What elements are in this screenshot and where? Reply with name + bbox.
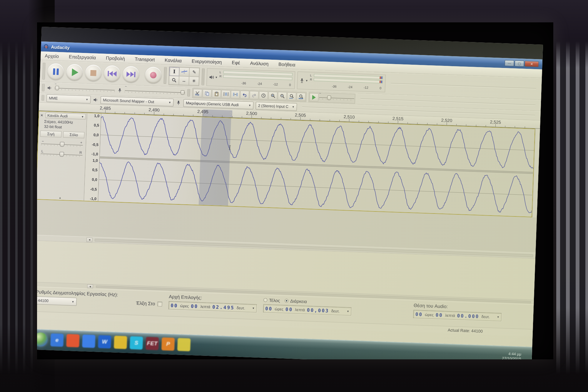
toolbar-grabber[interactable] [42,84,45,91]
scroll-left-arrow[interactable]: ◄ [86,237,93,242]
selection-start-field[interactable]: 00ώρες00λεπτά02.495δευτ.▼ [168,301,257,313]
chevron-down-icon: ▼ [86,98,88,101]
menu-item-βοήθεια[interactable]: Βοήθεια [278,61,295,67]
taskbar-app-yellow2[interactable] [177,338,191,351]
taskbar-clock[interactable]: 4:44 μμ 27/10/2015 [502,351,529,359]
menu-item-κανάλια[interactable]: Κανάλια [165,57,182,63]
selection-tool-button[interactable]: I [169,67,179,76]
skip-end-button[interactable] [122,66,139,83]
paste-button[interactable] [212,90,221,98]
input-volume-slider[interactable]: − [125,88,185,95]
toolbar-grabber[interactable] [163,67,167,84]
taskbar-app-red[interactable] [66,334,80,348]
selection-duration-field[interactable]: 00ώρες00λεπτά00,003δευτ.▼ [263,304,352,316]
audio-position-field[interactable]: 00ώρες00λεπτά00.000δευτ.▼ [413,310,502,321]
gain-thumb[interactable] [60,142,64,147]
minimize-button[interactable]: — [505,60,514,66]
fit-project-button[interactable] [297,93,306,101]
input-volume-thumb[interactable] [181,90,185,94]
redo-icon [251,93,257,97]
timeshift-tool-button[interactable]: ↔ [179,76,189,85]
taskbar-app-word[interactable]: W [98,335,111,348]
record-button[interactable] [145,66,162,84]
mute-button[interactable]: Σιγή [40,131,62,138]
play-at-speed-button[interactable] [310,93,319,101]
envelope-tool-button[interactable] [179,67,189,76]
audio-host-dropdown[interactable]: MME▼ [46,94,91,103]
menu-item-αρχείο[interactable]: Αρχείο [45,53,59,59]
taskbar-app-powerpoint[interactable]: P [161,337,175,351]
taskbar-app-ie[interactable]: e [50,333,64,347]
snap-to-checkbox[interactable] [157,302,162,307]
menu-item-ενεργοποίηση[interactable]: Ενεργοποίηση [192,59,222,65]
scroll-left-arrow[interactable]: ◄ [87,284,93,288]
chevron-down-icon[interactable]: ▼ [497,316,500,318]
waveform-display-area[interactable]: I [98,114,535,217]
toolbar-grabber[interactable] [201,69,205,85]
zoom-tool-button[interactable] [169,76,179,85]
trim-audio-button[interactable] [221,90,230,98]
playback-device-dropdown[interactable]: Microsoft Sound Mapper - Out▼ [101,96,174,106]
playback-speed-slider[interactable]: − [319,95,354,101]
zoom-in-button[interactable] [268,92,278,100]
track-gain-slider[interactable]: − + [41,140,83,148]
pan-right-label: R [79,151,82,155]
toolbar-grabber[interactable] [41,95,44,101]
taskbar-app-fet[interactable]: FET [146,337,159,350]
draw-tool-button[interactable]: ✎ [189,67,199,76]
collapse-track-button[interactable]: ▲ [59,196,61,199]
quickplay-arrow-icon: ▷ [230,111,233,115]
menu-item-επεξεργασία[interactable]: Επεξεργασία [69,54,96,60]
pause-button[interactable] [47,63,64,80]
stop-button[interactable] [85,64,102,81]
cut-button[interactable] [193,89,202,97]
start-button[interactable] [37,332,48,347]
skip-start-button[interactable] [103,65,121,82]
skip-start-icon [108,71,117,76]
redo-button[interactable] [250,91,259,99]
close-button[interactable]: ✕ [524,61,539,67]
project-rate-dropdown[interactable]: 44100▼ [37,296,77,306]
maximize-button[interactable]: ▢ [514,61,524,67]
timeline-tick [417,123,417,124]
close-track-button[interactable]: ✕ [40,113,44,117]
recording-channels-dropdown[interactable]: 2 (Stereo) Input C▼ [255,102,297,111]
zoom-out-button[interactable] [278,92,287,100]
time-digits: 00 [285,306,293,312]
multi-tool-button[interactable]: ✳ [189,76,199,85]
output-volume-thumb[interactable] [55,86,59,90]
output-volume-slider[interactable]: − [54,86,115,92]
timeline-tick [476,125,476,126]
taskbar-app-skype[interactable]: S [130,336,143,350]
menu-item-προβολή[interactable]: Προβολή [106,55,125,61]
chevron-down-icon[interactable]: ▼ [252,307,255,310]
track-pan-slider[interactable]: L R [41,150,83,158]
meter-dropdown-arrow[interactable]: ▼ [305,79,308,82]
undo-button[interactable] [240,91,249,99]
trim-icon [223,92,228,96]
track-name-dropdown[interactable]: Κανάλι Audi▼ [46,113,86,120]
toolbar-grabber[interactable] [187,89,190,96]
recording-device-dropdown[interactable]: Μικρόφωνο (Generic USB Audi▼ [183,99,254,109]
play-button[interactable] [66,64,83,81]
taskbar-app-blue[interactable] [82,335,96,348]
taskbar-app-yellow[interactable] [114,336,127,349]
sync-lock-button[interactable] [259,91,268,100]
input-meter-scale: -36-24-120 [313,84,382,91]
menu-item-ανάλυση[interactable]: Ανάλυση [250,61,268,66]
end-radio[interactable] [263,298,267,302]
copy-button[interactable] [203,89,212,98]
menu-item-transport[interactable]: Transport [135,56,155,62]
solo-button[interactable]: Σόλο [63,131,85,139]
fit-selection-button[interactable] [287,92,296,101]
paste-icon [214,91,219,96]
meter-dropdown-arrow[interactable]: ▼ [215,76,218,79]
silence-audio-button[interactable] [231,90,240,99]
menu-item-εφέ[interactable]: Εφέ [232,60,240,66]
chevron-down-icon[interactable]: ▼ [347,310,349,313]
timeline-tick [164,114,164,115]
playback-speed-thumb[interactable] [327,95,331,100]
toolbar-grabber[interactable] [42,63,46,79]
pan-thumb[interactable] [59,152,64,157]
duration-radio[interactable] [285,299,288,303]
